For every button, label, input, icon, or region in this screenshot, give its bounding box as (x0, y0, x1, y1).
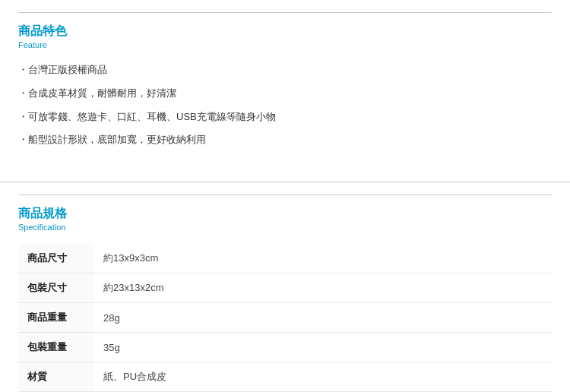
section-divider (0, 164, 570, 182)
spec-row-4: 材質紙、PU合成皮 (18, 362, 552, 392)
specification-table: 商品尺寸約13x9x3cm包裝尺寸約23x13x2cm商品重量28g包裝重量35… (18, 244, 552, 392)
feature-header: 商品特色 Feature (18, 12, 552, 49)
specification-section: 商品規格 Specification 商品尺寸約13x9x3cm包裝尺寸約23x… (0, 182, 570, 392)
spec-label-0: 商品尺寸 (18, 244, 94, 273)
spec-label-2: 商品重量 (18, 303, 94, 333)
feature-item-0: 台灣正版授權商品 (18, 58, 552, 82)
spec-row-3: 包裝重量35g (18, 333, 552, 362)
feature-list: 台灣正版授權商品合成皮革材質，耐髒耐用，好清潔可放零錢、悠遊卡、口紅、耳機、US… (18, 58, 552, 152)
spec-value-2: 28g (94, 303, 552, 333)
feature-section: 商品特色 Feature 台灣正版授權商品合成皮革材質，耐髒耐用，好清潔可放零錢… (0, 0, 570, 164)
feature-title-en: Feature (18, 40, 552, 49)
spec-value-0: 約13x9x3cm (94, 244, 552, 273)
spec-label-1: 包裝尺寸 (18, 273, 94, 303)
spec-value-4: 紙、PU合成皮 (94, 362, 552, 392)
specification-header: 商品規格 Specification (18, 194, 552, 232)
page-wrapper: 商品特色 Feature 台灣正版授權商品合成皮革材質，耐髒耐用，好清潔可放零錢… (0, 0, 570, 392)
feature-item-2: 可放零錢、悠遊卡、口紅、耳機、USB充電線等隨身小物 (18, 106, 552, 129)
spec-row-1: 包裝尺寸約23x13x2cm (18, 273, 552, 303)
spec-row-0: 商品尺寸約13x9x3cm (18, 244, 552, 273)
spec-value-1: 約23x13x2cm (94, 273, 552, 303)
feature-item-1: 合成皮革材質，耐髒耐用，好清潔 (18, 82, 552, 106)
specification-title-zh: 商品規格 (18, 206, 552, 222)
spec-row-2: 商品重量28g (18, 303, 552, 333)
feature-item-3: 船型設計形狀，底部加寬，更好收納利用 (18, 128, 552, 152)
feature-title-zh: 商品特色 (18, 24, 552, 40)
specification-title-en: Specification (18, 223, 552, 232)
spec-label-4: 材質 (18, 362, 94, 392)
spec-value-3: 35g (94, 333, 552, 362)
spec-label-3: 包裝重量 (18, 333, 94, 362)
